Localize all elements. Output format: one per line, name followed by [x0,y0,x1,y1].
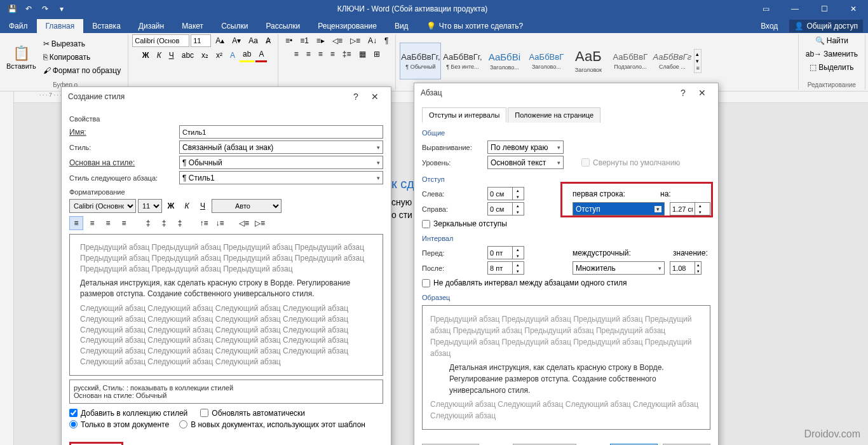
share-button[interactable]: 👤 Общий доступ [789,20,863,32]
tell-me[interactable]: 💡 Что вы хотите сделать? [417,19,532,33]
fmt-spacing3-icon[interactable]: ‡ [173,216,187,230]
fmt-align-right-icon[interactable]: ≡ [101,216,115,230]
tab-position[interactable]: Положение на странице [508,107,600,123]
tab-review[interactable]: Рецензирование [309,19,386,33]
tab-layout[interactable]: Макет [173,19,212,33]
multilevel-icon[interactable]: ≡▸ [313,34,328,47]
style-type-select[interactable]: Связанный (абзац и знак)▾ [179,140,383,154]
style-heading1[interactable]: АаБбВіЗаголово... [484,43,525,79]
styles-more-icon[interactable]: ≡ [696,65,699,71]
dialog-close-icon[interactable]: ✕ [693,83,712,102]
save-icon[interactable]: 💾 [5,2,19,16]
login-link[interactable]: Вход [752,19,787,33]
paste-icon[interactable]: 📋 [13,45,30,62]
style-heading2[interactable]: АаБбВвГЗаголово... [526,43,567,79]
this-doc-radio[interactable]: Только в этом документе [69,420,169,429]
style-normal[interactable]: АаБбВвГг,¶ Обычный [400,43,441,79]
new-docs-radio[interactable]: В новых документах, использующих этот ша… [179,420,365,429]
fmt-align-center-icon[interactable]: ≡ [85,216,99,230]
styles-more-down-icon[interactable]: ▾ [696,58,699,64]
font-name-input[interactable] [132,34,189,47]
fmt-font-select[interactable]: Calibri (Основної [69,199,136,213]
copy-button[interactable]: ⎘ Копировать [40,51,125,64]
fmt-indent-inc-icon[interactable]: ▷≡ [253,216,267,230]
indent-left-input[interactable]: ▴▾ [487,187,524,200]
tab-insert[interactable]: Вставка [83,19,130,33]
show-marks-icon[interactable]: ¶ [381,34,391,47]
fmt-before-inc-icon[interactable]: ↑≡ [197,216,211,230]
sort-icon[interactable]: A↓ [365,34,380,47]
auto-update-checkbox[interactable]: Обновлять автоматически [200,409,305,418]
tab-home[interactable]: Главная [37,19,84,33]
fmt-indent-dec-icon[interactable]: ◁≡ [237,216,251,230]
bold-icon[interactable]: Ж [139,49,153,62]
space-after-input[interactable]: ▴▾ [487,261,524,275]
qat-more-icon[interactable]: ▾ [55,2,69,16]
first-line-by-input[interactable]: ▴▾ [670,202,710,216]
first-line-select[interactable]: Отступ▾ [573,202,665,216]
tab-view[interactable]: Вид [386,19,417,33]
replace-button[interactable]: ab→ Заменить [803,48,861,60]
dialog-help-icon[interactable]: ? [346,87,365,106]
change-case-icon[interactable]: Aa [245,34,261,47]
add-gallery-checkbox[interactable]: Добавить в коллекцию стилей [69,409,187,418]
style-weak[interactable]: АаБбВвГгСлабое ... [651,43,693,79]
find-button[interactable]: 🔍 Найти [812,34,851,47]
justify-icon[interactable]: ≡ [327,48,338,60]
borders-icon[interactable]: ⊞ [370,48,383,60]
italic-icon[interactable]: К [154,49,165,62]
space-before-input[interactable]: ▴▾ [487,246,524,259]
clear-format-icon[interactable]: A̷ [262,34,274,47]
close-icon[interactable]: ✕ [839,0,868,17]
fmt-underline-icon[interactable]: Ч [196,199,210,213]
bullets-icon[interactable]: ≡• [282,34,295,47]
style-name-input[interactable] [179,125,383,139]
fmt-size-select[interactable]: 11 [138,199,162,213]
increase-indent-icon[interactable]: ▷≡ [347,34,363,47]
shrink-font-icon[interactable]: A▾ [229,34,244,47]
align-right-icon[interactable]: ≡ [315,48,326,60]
font-color-icon[interactable]: A [255,48,267,62]
tab-indents[interactable]: Отступы и интервалы [422,107,506,123]
fmt-justify-icon[interactable]: ≡ [117,216,131,230]
select-button[interactable]: ⬚ Выделить [806,61,857,74]
align-center-icon[interactable]: ≡ [303,48,314,60]
undo-icon[interactable]: ↶ [22,2,36,16]
level-select[interactable]: Основной текст▾ [487,156,564,169]
fmt-color-select[interactable]: Авто [212,199,281,213]
grow-font-icon[interactable]: A▴ [212,34,227,47]
style-no-spacing[interactable]: АаБбВвГг,¶ Без инте... [442,43,483,79]
shading-icon[interactable]: ▦ [356,48,369,60]
cut-button[interactable]: ✂ Вырезать [40,38,125,50]
redo-icon[interactable]: ↷ [38,2,52,16]
format-painter-button[interactable]: 🖌 Формат по образцу [40,64,125,77]
tab-file[interactable]: Файл [0,19,37,33]
superscript-icon[interactable]: x² [213,49,226,62]
highlight-icon[interactable]: ab [240,48,254,62]
next-style-select[interactable]: ¶ Стиль1▾ [179,171,383,184]
tab-design[interactable]: Дизайн [130,19,173,33]
alignment-select[interactable]: По левому краю▾ [487,140,564,154]
tab-references[interactable]: Ссылки [212,19,257,33]
fmt-before-dec-icon[interactable]: ↓≡ [213,216,227,230]
underline-icon[interactable]: Ч [166,49,177,62]
ribbon-options-icon[interactable]: ▭ [751,0,780,17]
line-spacing-at-input[interactable]: ▴▾ [670,261,702,275]
numbering-icon[interactable]: ≡1 [297,34,312,47]
mirror-indents-checkbox[interactable]: Зеркальные отступы [422,219,710,228]
text-effects-icon[interactable]: A [227,49,238,62]
fmt-spacing2-icon[interactable]: ‡ [157,216,171,230]
dialog-close-icon[interactable]: ✕ [365,87,384,106]
style-subtitle[interactable]: АаБбВвГПодзаголо... [609,43,651,79]
tab-mailings[interactable]: Рассылки [257,19,309,33]
fmt-bold-icon[interactable]: Ж [164,199,178,213]
line-spacing-select[interactable]: Множитель▾ [573,261,665,275]
strike-icon[interactable]: abc [179,49,197,62]
decrease-indent-icon[interactable]: ◁≡ [329,34,346,47]
subscript-icon[interactable]: x₂ [198,49,212,62]
fmt-spacing1-icon[interactable]: ‡ [141,216,155,230]
style-title[interactable]: АаБЗаголовок [567,43,609,79]
line-spacing-icon[interactable]: ‡≡ [339,48,355,60]
vertical-ruler[interactable] [0,103,14,445]
dialog-help-icon[interactable]: ? [674,83,693,102]
